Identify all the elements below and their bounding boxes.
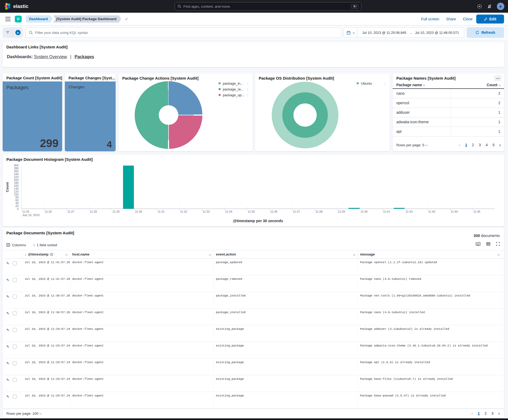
- package-name-cell: apt: [396, 129, 401, 134]
- edit-row-icon[interactable]: ✎: [6, 278, 9, 282]
- legend-label: package_in...: [223, 81, 243, 85]
- legend-item-menu-icon[interactable]: ⋮: [246, 93, 250, 97]
- page-3-button[interactable]: 3: [491, 411, 493, 416]
- previous-page-icon[interactable]: ‹: [471, 411, 473, 416]
- avatar[interactable]: e: [497, 3, 504, 10]
- full-screen-link[interactable]: Full screen: [421, 17, 439, 21]
- share-link[interactable]: Share: [446, 17, 456, 21]
- next-page-icon[interactable]: ›: [499, 143, 501, 147]
- refresh-button[interactable]: Refresh: [467, 27, 504, 38]
- search-placeholder: Find apps, content, and more.: [183, 4, 349, 8]
- histogram-bar[interactable]: [123, 166, 134, 209]
- row-checkbox[interactable]: [13, 378, 17, 382]
- saved-check-icon[interactable]: ✓: [125, 17, 128, 21]
- legend-label: package_re...: [223, 87, 244, 91]
- donut-chart[interactable]: [135, 81, 202, 149]
- edit-button[interactable]: Edit: [476, 15, 504, 24]
- row-checkbox[interactable]: [13, 361, 17, 365]
- histogram-bar[interactable]: [348, 208, 359, 209]
- calendar-icon[interactable]: [344, 28, 357, 38]
- edit-row-icon[interactable]: ✎: [6, 295, 9, 299]
- message-cell: Package nano (4.8-1ubuntu1) removed: [358, 277, 502, 290]
- sort-descending-icon: ↓: [25, 252, 26, 256]
- sort-icon: ↑↓: [33, 243, 35, 246]
- rows-per-page-button[interactable]: Rows per page: 5: [396, 143, 427, 147]
- metric-label: Packages: [6, 85, 28, 90]
- help-icon[interactable]: [477, 4, 482, 9]
- column-header-count[interactable]: Count: [487, 83, 500, 87]
- page-3-button[interactable]: 3: [479, 143, 481, 147]
- panel-package-documents: Package Documents [System Audit] 300 doc…: [3, 228, 504, 418]
- page-1-button[interactable]: 1: [465, 143, 467, 147]
- column-header-timestamp[interactable]: ↓ @timestamp: [22, 250, 70, 258]
- date-range-picker[interactable]: Jul 10, 2023 @ 11:25:06.845 → Jul 10, 20…: [343, 27, 464, 38]
- row-checkbox[interactable]: [13, 395, 17, 399]
- package-name-cell: adduser: [396, 110, 410, 115]
- column-header-host[interactable]: host.name: [70, 250, 214, 258]
- system-overview-link[interactable]: System Overview: [34, 54, 67, 59]
- row-checkbox[interactable]: [13, 345, 17, 349]
- timestamp-cell: Jul 10, 2023 @ 11:39:57.261: [22, 311, 70, 323]
- row-checkbox[interactable]: [13, 311, 17, 315]
- edit-row-icon[interactable]: ✎: [6, 378, 9, 382]
- breadcrumb-current[interactable]: [System Audit] Package Dashboard: [53, 15, 121, 23]
- legend-item-menu-icon[interactable]: ⋮: [383, 81, 387, 85]
- next-page-icon[interactable]: ›: [498, 411, 500, 416]
- date-to[interactable]: Jul 10, 2023 @ 11:46:00.071: [415, 31, 459, 35]
- legend-item-menu-icon[interactable]: ⋮: [246, 87, 250, 91]
- donut-inner-ring: [282, 92, 328, 138]
- host-cell: docker-fleet-agent: [70, 361, 214, 373]
- legend-dot: [219, 94, 221, 96]
- column-header-message[interactable]: message: [358, 250, 502, 258]
- edit-row-icon[interactable]: ✎: [6, 345, 9, 349]
- columns-button[interactable]: Columns: [6, 243, 26, 247]
- clone-link[interactable]: Clone: [463, 17, 473, 21]
- dashboard-app-badge[interactable]: D: [15, 16, 22, 22]
- page-2-button[interactable]: 2: [472, 143, 474, 147]
- kql-search-input[interactable]: Filter your data using KQL syntax: [25, 27, 341, 38]
- fullscreen-icon[interactable]: [496, 242, 500, 246]
- menu-icon[interactable]: [5, 17, 11, 21]
- breadcrumb-dashboard[interactable]: Dashboard: [26, 15, 53, 23]
- column-header-action[interactable]: event.action: [214, 250, 358, 258]
- panel-options-icon[interactable]: ⋯: [494, 75, 502, 81]
- keyboard-shortcuts-icon[interactable]: [476, 242, 480, 246]
- row-checkbox[interactable]: [13, 328, 17, 332]
- row-checkbox[interactable]: [13, 295, 17, 299]
- date-from[interactable]: Jul 10, 2023 @ 11:25:06.845: [362, 31, 406, 35]
- edit-row-icon[interactable]: ✎: [6, 328, 9, 332]
- page-4-button[interactable]: 4: [486, 143, 488, 147]
- y-axis-tick-label: 160: [3, 184, 19, 187]
- edit-row-icon[interactable]: ✎: [6, 361, 9, 365]
- y-axis-tick-label: 180: [3, 181, 19, 184]
- page-5-button[interactable]: 5: [492, 143, 495, 147]
- page-2-button[interactable]: 2: [484, 411, 487, 416]
- sort-fields-button[interactable]: ↑↓ 1 field sorted: [33, 243, 57, 247]
- legend-item-menu-icon[interactable]: ⋮: [246, 81, 250, 85]
- donut-chart[interactable]: [272, 82, 338, 148]
- panel-package-count: Package Count [System Audit] Packages 29…: [3, 74, 62, 151]
- edit-row-icon[interactable]: ✎: [6, 261, 9, 265]
- legend-item: Ubuntu: [357, 81, 372, 86]
- filter-icon[interactable]: [3, 27, 13, 38]
- packages-link[interactable]: Packages: [75, 54, 94, 59]
- package-name-cell: adwaita-icon-theme: [396, 120, 429, 124]
- global-search-input[interactable]: Find apps, content, and more. ⌘/: [175, 2, 361, 11]
- y-axis-tick-label: 220: [3, 175, 19, 179]
- add-filter-icon[interactable]: +: [13, 27, 23, 38]
- row-checkbox[interactable]: [13, 261, 17, 265]
- y-axis-labels: 0204060801001201401601802002202402602803…: [3, 165, 19, 209]
- table-header: Package name Count: [393, 82, 504, 89]
- display-options-icon[interactable]: [486, 242, 490, 246]
- histogram-bar[interactable]: [394, 208, 405, 209]
- column-header-package-name[interactable]: Package name: [396, 83, 425, 87]
- page-1-button[interactable]: 1: [478, 411, 480, 416]
- row-checkbox[interactable]: [13, 278, 17, 282]
- edit-row-icon[interactable]: ✎: [6, 395, 9, 399]
- package-count-cell: 2: [498, 101, 500, 105]
- rows-per-page-button[interactable]: Rows per page: 100: [6, 412, 41, 416]
- package-names-rows: nano2openssl2adduser1adwaita-icon-theme1…: [393, 89, 504, 136]
- alerts-icon[interactable]: [487, 4, 492, 9]
- previous-page-icon[interactable]: ‹: [459, 143, 460, 147]
- edit-row-icon[interactable]: ✎: [6, 311, 9, 315]
